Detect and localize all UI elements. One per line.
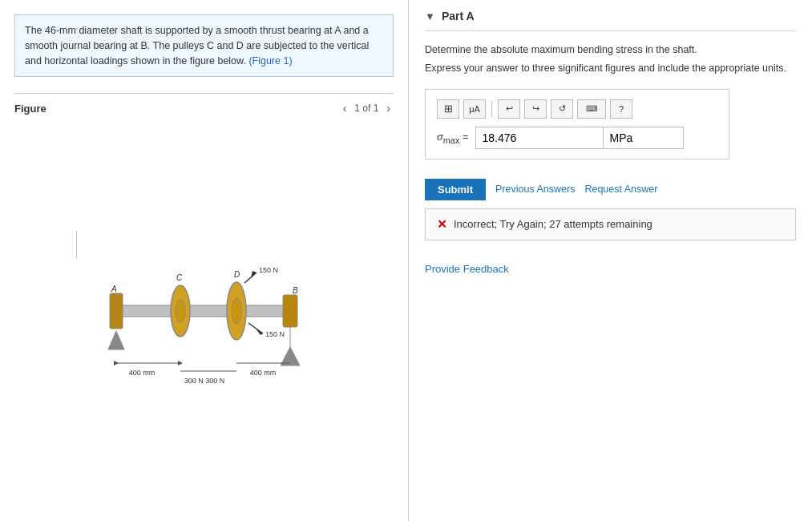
undo-button[interactable]: ↩ (498, 99, 520, 119)
grid-icon-button[interactable]: ⊞ (437, 99, 459, 119)
svg-text:150 N: 150 N (259, 266, 278, 274)
svg-line-19 (244, 273, 257, 283)
part-collapse-icon[interactable]: ▼ (425, 10, 435, 22)
svg-text:150 N: 150 N (265, 330, 285, 338)
svg-text:B: B (293, 286, 298, 295)
answer-toolbar: ⊞ μA ↩ ↪ ↺ ⌨ ? (437, 99, 717, 119)
shaft-diagram: 400 mm 300 N 300 N 400 mm 150 N 150 N A … (76, 231, 333, 407)
part-title: Part A (442, 10, 475, 22)
answer-input[interactable] (475, 127, 604, 149)
submit-button[interactable]: Submit (425, 179, 486, 200)
svg-point-7 (176, 300, 185, 322)
error-icon: ✕ (437, 217, 447, 232)
mu-a-button[interactable]: μA (463, 99, 486, 119)
svg-text:C: C (176, 273, 183, 282)
left-panel: The 46-mm diameter shaft is supported by… (0, 0, 409, 521)
figure-nav-controls: ‹ 1 of 1 › (340, 100, 394, 116)
svg-point-9 (232, 298, 241, 324)
previous-answers-link[interactable]: Previous Answers (495, 184, 575, 195)
svg-marker-4 (108, 331, 124, 349)
instruction-1: Determine the absolute maximum bending s… (425, 42, 796, 58)
svg-text:400 mm: 400 mm (128, 369, 155, 377)
figure-canvas: 400 mm 300 N 300 N 400 mm 150 N 150 N A … (14, 124, 394, 513)
svg-text:D: D (234, 270, 240, 279)
part-header: ▼ Part A (425, 10, 796, 31)
figure-prev-button[interactable]: ‹ (340, 100, 350, 116)
svg-text:400 mm: 400 mm (249, 369, 276, 377)
actions-row: Submit Previous Answers Request Answer (425, 179, 796, 200)
figure-area: Figure ‹ 1 of 1 › (0, 85, 408, 521)
svg-rect-10 (283, 295, 297, 327)
figure-link[interactable]: (Figure 1) (248, 55, 292, 67)
help-button[interactable]: ? (610, 99, 632, 119)
redo-button[interactable]: ↪ (524, 99, 547, 119)
figure-header: Figure ‹ 1 of 1 › (14, 93, 394, 116)
problem-text: The 46-mm diameter shaft is supported by… (25, 25, 369, 67)
request-answer-link[interactable]: Request Answer (584, 184, 657, 195)
error-box: ✕ Incorrect; Try Again; 27 attempts rema… (425, 208, 796, 240)
figure-page-indicator: 1 of 1 (354, 103, 378, 114)
svg-text:300 N 300 N: 300 N 300 N (184, 377, 224, 385)
svg-marker-20 (251, 271, 257, 277)
svg-text:A: A (111, 285, 117, 293)
figure-title: Figure (14, 103, 46, 115)
sigma-label: σmax = (437, 131, 469, 145)
answer-box: ⊞ μA ↩ ↪ ↺ ⌨ ? σmax = (425, 89, 729, 160)
provide-feedback-link[interactable]: Provide Feedback (425, 263, 509, 275)
figure-next-button[interactable]: › (383, 100, 394, 116)
refresh-button[interactable]: ↺ (551, 99, 573, 119)
instruction-2: Express your answer to three significant… (425, 61, 796, 76)
svg-line-22 (248, 323, 263, 333)
svg-marker-23 (256, 329, 263, 335)
provide-feedback-section: Provide Feedback (425, 263, 796, 275)
unit-input[interactable] (604, 127, 684, 149)
right-panel: ▼ Part A Determine the absolute maximum … (409, 0, 812, 521)
input-row: σmax = (437, 127, 717, 149)
error-message: Incorrect; Try Again; 27 attempts remain… (454, 218, 652, 230)
toolbar-divider-1 (491, 101, 492, 117)
keyboard-button[interactable]: ⌨ (577, 99, 606, 119)
problem-text-box: The 46-mm diameter shaft is supported by… (14, 14, 394, 77)
svg-rect-1 (116, 305, 293, 317)
